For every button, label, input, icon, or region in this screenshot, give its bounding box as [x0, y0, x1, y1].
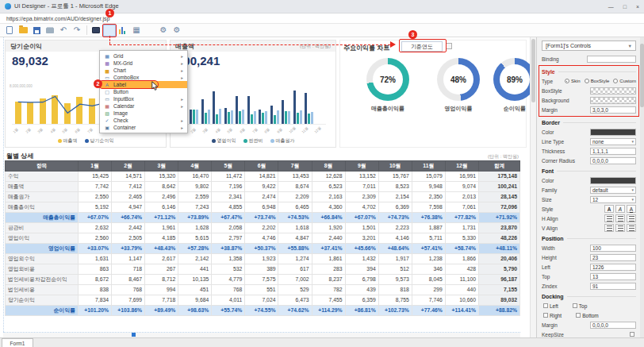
- settings-gear-icon[interactable]: ⚙: [157, 25, 170, 37]
- prop-label: Type: [542, 79, 553, 84]
- menu-item-combobox[interactable]: ▭ComboBox▸: [100, 74, 187, 81]
- color-color-swatch[interactable]: [590, 177, 636, 184]
- menu-item-grid[interactable]: ▦Grid▸: [100, 52, 187, 60]
- width-input[interactable]: 100: [590, 245, 636, 252]
- form-tab[interactable]: Form1: [2, 338, 33, 347]
- address-bar[interactable]: https://epa.bimatrix.com/AUD/designer.js…: [0, 13, 644, 24]
- right-align-button[interactable]: [627, 214, 636, 222]
- form-resize-handle[interactable]: [132, 333, 136, 337]
- new-document-icon[interactable]: [3, 25, 16, 37]
- properties-scrollbar-thumb[interactable]: [640, 44, 644, 107]
- size-select[interactable]: 12▾: [590, 196, 636, 203]
- left-align-button[interactable]: [604, 214, 614, 222]
- left-input[interactable]: 1226: [590, 264, 636, 271]
- maximize-button[interactable]: □: [623, 4, 627, 10]
- menu-item-calendar[interactable]: ▦Calendar▸: [100, 102, 187, 110]
- monthly-detail-unit: (단위 : 백만원): [488, 153, 519, 160]
- height-input[interactable]: 23: [590, 254, 636, 261]
- 영업이익-bar: [213, 91, 215, 124]
- margin-input[interactable]: 0,0,0,0: [590, 322, 636, 329]
- keepsize-checkbox[interactable]: [630, 332, 634, 337]
- center-align-button[interactable]: [615, 214, 625, 222]
- close-button[interactable]: ×: [636, 4, 639, 10]
- section-style: StyleTypeSkinBoxStyleCustomBoxStyleBackg…: [539, 65, 639, 117]
- checkbox-top[interactable]: [573, 303, 577, 308]
- menu-item-chart[interactable]: ▅Chart▸: [100, 67, 187, 74]
- color-color-swatch[interactable]: [590, 129, 636, 136]
- form-edit-icon[interactable]: [144, 25, 156, 37]
- menu-item-label: Calendar: [113, 103, 134, 109]
- binding-input[interactable]: [587, 56, 636, 63]
- checkbox-left[interactable]: [543, 303, 548, 308]
- page-url[interactable]: https://epa.bimatrix.com/AUD/designer.js…: [6, 16, 109, 21]
- section-header-position[interactable]: Position: [542, 234, 636, 243]
- base-year-label[interactable]: 기준연도: [401, 41, 443, 52]
- menu-item-inputbox[interactable]: ▭InputBox▸: [100, 95, 187, 102]
- design-canvas[interactable]: 당기순이익 89,032 8,000,000,000 1월2월3월4월5월6월7…: [0, 37, 530, 337]
- right-align-button[interactable]: [627, 224, 636, 232]
- radio-boxstyle[interactable]: [585, 79, 589, 83]
- table-row: 법인세비용차감전순이익8,6728,4678,71210,1354,7797,5…: [6, 275, 520, 285]
- section-header-font[interactable]: Font: [542, 167, 636, 175]
- controls-dropdown[interactable]: [Form1]'s Controls ▼: [542, 40, 636, 51]
- top-input[interactable]: 13: [590, 273, 636, 280]
- net-income-value: 89,032: [12, 54, 48, 67]
- open-folder-icon[interactable]: [17, 25, 29, 37]
- checkbox-right[interactable]: [543, 313, 548, 318]
- undo-icon[interactable]: ↶: [57, 25, 70, 37]
- insert-control-icon[interactable]: 1: [103, 25, 116, 37]
- toolbar-separator: [86, 25, 87, 35]
- donut-label: 순이익률: [504, 105, 526, 113]
- left-align-icon: [607, 216, 612, 222]
- redo-icon[interactable]: ↷: [71, 25, 83, 37]
- cell-value: 7,742: [79, 182, 112, 192]
- cell-value: 11,472: [212, 172, 245, 182]
- left-align-button[interactable]: [604, 224, 614, 232]
- legend-dot: [85, 139, 89, 143]
- underline-button[interactable]: A: [627, 205, 636, 213]
- radio-skin[interactable]: [565, 79, 569, 83]
- prop-control: 0,0,0,0: [590, 322, 636, 329]
- menu-item-image[interactable]: ▨Image: [100, 110, 187, 117]
- menu-item-container[interactable]: ▣Container▸: [100, 124, 187, 131]
- radio-custom[interactable]: [613, 79, 618, 83]
- checkbox-bottom[interactable]: [576, 313, 581, 318]
- corner-radius-input[interactable]: 0,0,0,0: [590, 157, 636, 164]
- section-header-border[interactable]: Border: [542, 118, 636, 127]
- bar-group: [213, 91, 221, 124]
- preview-icon[interactable]: [90, 25, 102, 37]
- section-header-style[interactable]: Style: [542, 67, 636, 76]
- menu-item-mx-grid[interactable]: ▩MX-Grid▸: [100, 60, 187, 67]
- base-year-smarttag-icon[interactable]: [446, 43, 452, 49]
- family-select[interactable]: default▾: [590, 187, 636, 194]
- minimize-button[interactable]: —: [608, 4, 614, 10]
- italic-button[interactable]: A: [615, 205, 625, 213]
- chart-tool-icon[interactable]: [117, 25, 129, 37]
- line-type-select[interactable]: none▾: [590, 138, 636, 145]
- menu-item-check[interactable]: ✓Check▸: [100, 117, 187, 124]
- legend-label: 판관비: [249, 137, 263, 145]
- grid-tool-icon[interactable]: ▦: [130, 25, 143, 37]
- menu-item-button[interactable]: ▢Button: [100, 88, 187, 95]
- thickness-input[interactable]: 1,1,1,1: [590, 148, 636, 155]
- cell-value: 718: [112, 264, 145, 275]
- print-icon[interactable]: [44, 25, 56, 37]
- properties-scrollbar[interactable]: [640, 37, 644, 337]
- options-gear-icon[interactable]: ⚙: [171, 25, 183, 37]
- section-header-docking[interactable]: Docking: [542, 292, 636, 301]
- bold-button[interactable]: A: [604, 205, 614, 213]
- boxstyle-swatch[interactable]: [590, 87, 636, 94]
- cell-value: 8,755: [378, 295, 412, 306]
- cell-value: 2,309: [345, 192, 378, 202]
- properties-panel: [Form1]'s Controls ▼ Binding StyleTypeSk…: [536, 37, 644, 337]
- menu-item-label[interactable]: ALabel2: [100, 81, 187, 88]
- background-swatch[interactable]: [590, 97, 636, 104]
- save-icon[interactable]: [30, 25, 43, 37]
- zindex-input[interactable]: 91: [590, 283, 636, 290]
- annotation-connector-vertical: [109, 36, 110, 44]
- center-align-button[interactable]: [615, 224, 625, 232]
- column-header: 항목: [6, 161, 79, 172]
- right-align-icon: [629, 216, 634, 222]
- cell-value: +66.84%: [312, 213, 345, 223]
- margin-input[interactable]: 3,0,3,0: [590, 106, 636, 114]
